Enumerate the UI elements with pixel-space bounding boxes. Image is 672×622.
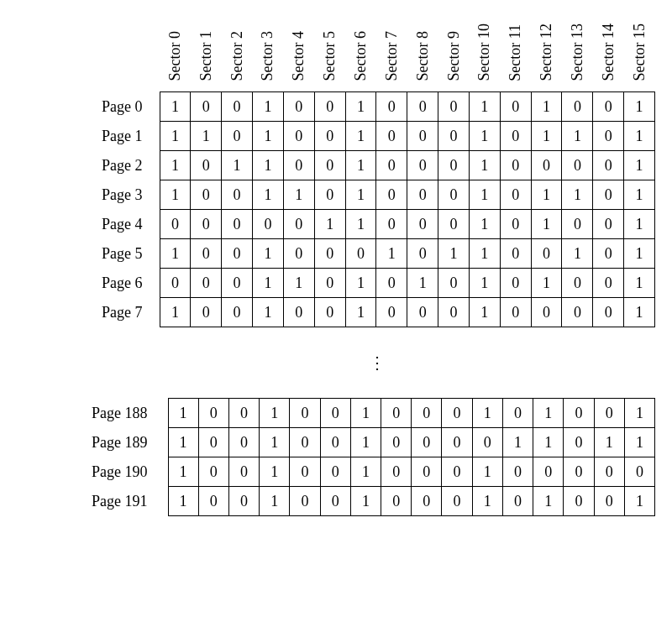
data-cell: 0 <box>160 210 191 239</box>
data-cell: 1 <box>562 122 593 151</box>
data-cell: 0 <box>283 239 314 269</box>
data-cell: 0 <box>412 399 442 428</box>
data-cell: 0 <box>222 92 253 122</box>
ellipsis-icon: ⋮ <box>101 353 655 373</box>
data-cell: 0 <box>500 151 531 180</box>
col-header: Sector 10 <box>469 17 500 92</box>
data-cell: 0 <box>564 399 594 428</box>
data-cell: 1 <box>469 122 500 151</box>
data-cell: 1 <box>472 487 502 516</box>
data-cell: 1 <box>253 122 284 151</box>
data-cell: 0 <box>593 180 624 210</box>
data-cell: 0 <box>407 122 438 151</box>
data-cell: 0 <box>472 428 502 457</box>
data-cell: 0 <box>407 92 438 122</box>
data-cell: 1 <box>624 428 654 457</box>
data-cell: 1 <box>160 239 191 269</box>
data-cell: 0 <box>500 298 531 327</box>
data-cell: 1 <box>502 428 533 457</box>
data-cell: 0 <box>253 210 284 239</box>
row-label: Page 7 <box>101 298 160 327</box>
data-cell: 1 <box>253 269 284 298</box>
data-cell: 0 <box>500 269 531 298</box>
data-cell: 1 <box>531 210 562 239</box>
data-cell: 0 <box>593 92 624 122</box>
data-cell: 0 <box>531 239 562 269</box>
data-cell: 0 <box>594 487 624 516</box>
data-cell: 0 <box>407 298 438 327</box>
data-cell: 0 <box>191 269 222 298</box>
data-cell: 1 <box>438 239 470 269</box>
data-cell: 1 <box>533 487 564 516</box>
data-cell: 0 <box>412 457 442 487</box>
col-header: Sector 5 <box>314 17 345 92</box>
data-cell: 0 <box>407 151 438 180</box>
data-cell: 0 <box>381 428 412 457</box>
data-cell: 0 <box>594 457 624 487</box>
data-cell: 1 <box>624 151 655 180</box>
data-cell: 1 <box>314 210 345 239</box>
data-cell: 0 <box>191 180 222 210</box>
data-cell: 1 <box>191 122 222 151</box>
data-cell: 0 <box>376 210 407 239</box>
data-cell: 0 <box>407 180 438 210</box>
data-cell: 0 <box>500 122 531 151</box>
data-cell: 0 <box>314 122 345 151</box>
data-cell: 0 <box>314 298 345 327</box>
data-cell: 1 <box>168 399 198 428</box>
data-cell: 0 <box>442 428 472 457</box>
data-cell: 0 <box>320 428 350 457</box>
data-cell: 0 <box>228 457 259 487</box>
data-cell: 1 <box>260 457 290 487</box>
data-cell: 0 <box>345 239 376 269</box>
data-cell: 1 <box>624 269 655 298</box>
data-cell: 0 <box>381 457 412 487</box>
data-cell: 0 <box>160 269 191 298</box>
table-row: Page 71001001000100001 <box>101 298 655 327</box>
table-row: Page 1881001001000101001 <box>91 399 655 428</box>
col-header: Sector 13 <box>562 17 593 92</box>
data-cell: 0 <box>222 122 253 151</box>
data-cell: 1 <box>345 151 376 180</box>
data-cell: 1 <box>350 428 381 457</box>
table-row: Page 1891001001000011011 <box>91 428 655 457</box>
data-cell: 1 <box>531 269 562 298</box>
table-row: Page 60001101010101001 <box>101 269 655 298</box>
data-cell: 0 <box>283 122 314 151</box>
data-cell: 0 <box>438 92 470 122</box>
data-cell: 1 <box>160 180 191 210</box>
data-cell: 0 <box>376 269 407 298</box>
data-cell: 0 <box>320 487 350 516</box>
col-header: Sector 6 <box>345 17 376 92</box>
data-cell: 0 <box>562 92 593 122</box>
row-label: Page 5 <box>101 239 160 269</box>
data-cell: 1 <box>469 92 500 122</box>
column-header-row: Sector 0 Sector 1 Sector 2 Sector 3 Sect… <box>101 17 655 92</box>
data-cell: 1 <box>283 269 314 298</box>
sector-page-table-bottom: Page 1881001001000101001Page 18910010010… <box>91 398 655 516</box>
data-cell: 1 <box>253 151 284 180</box>
data-cell: 0 <box>376 92 407 122</box>
data-cell: 0 <box>283 151 314 180</box>
col-header: Sector 12 <box>531 17 562 92</box>
data-cell: 1 <box>260 487 290 516</box>
data-cell: 1 <box>624 399 654 428</box>
data-cell: 1 <box>624 92 655 122</box>
row-label: Page 2 <box>101 151 160 180</box>
data-cell: 0 <box>438 151 470 180</box>
data-cell: 1 <box>345 180 376 210</box>
col-header: Sector 9 <box>438 17 470 92</box>
row-label: Page 189 <box>91 428 168 457</box>
data-cell: 1 <box>345 92 376 122</box>
data-cell: 0 <box>438 269 470 298</box>
data-cell: 1 <box>260 428 290 457</box>
data-cell: 0 <box>320 399 350 428</box>
data-cell: 0 <box>593 122 624 151</box>
data-cell: 0 <box>502 487 533 516</box>
data-cell: 0 <box>500 92 531 122</box>
col-header: Sector 2 <box>222 17 253 92</box>
data-cell: 1 <box>624 180 655 210</box>
col-header: Sector 4 <box>283 17 314 92</box>
data-cell: 0 <box>198 487 228 516</box>
data-cell: 0 <box>198 399 228 428</box>
